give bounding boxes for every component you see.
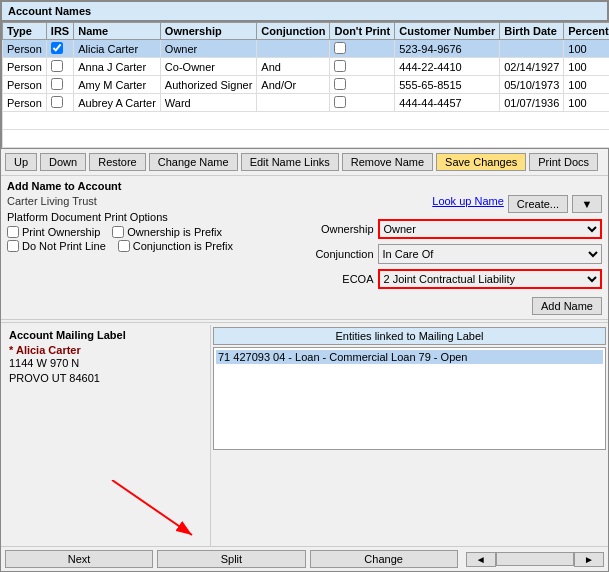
cell-irs[interactable]	[46, 40, 73, 58]
dont-print-checkbox[interactable]	[334, 42, 346, 54]
cell-dont-print[interactable]	[330, 76, 395, 94]
table-row[interactable]: Person Alicia Carter Owner 523-94-9676 1…	[3, 40, 610, 58]
irs-checkbox[interactable]	[51, 42, 63, 54]
mailing-asterisk: * Alicia Carter	[9, 344, 202, 356]
account-names-header: Account Names	[1, 1, 608, 21]
dont-print-checkbox[interactable]	[334, 78, 346, 90]
platform-options: Platform Document Print Options Print Ow…	[7, 211, 301, 252]
cell-dont-print[interactable]	[330, 58, 395, 76]
address-line2: PROVO UT 84601	[9, 371, 202, 386]
cell-name: Aubrey A Carter	[74, 94, 161, 112]
col-name: Name	[74, 23, 161, 40]
cell-ownership: Owner	[160, 40, 256, 58]
cell-conjunction: And	[257, 58, 330, 76]
do-not-print-label: Do Not Print Line	[7, 240, 106, 252]
scroll-right-button[interactable]: ►	[574, 552, 604, 567]
remove-name-button[interactable]: Remove Name	[342, 153, 433, 171]
mailing-label-panel: Account Mailing Label * Alicia Carter 11…	[1, 325, 211, 546]
scrollbar-area: ◄ ►	[462, 550, 604, 568]
cell-name: Alicia Carter	[74, 40, 161, 58]
lookup-name-link[interactable]: Look up Name	[432, 195, 504, 213]
cell-irs[interactable]	[46, 58, 73, 76]
irs-checkbox[interactable]	[51, 78, 63, 90]
cell-customer-number: 555-65-8515	[395, 76, 500, 94]
conjunction-select[interactable]: In Care Of And And/Or	[378, 244, 603, 264]
cell-customer-number: 444-22-4410	[395, 58, 500, 76]
add-name-title: Add Name to Account	[7, 180, 602, 192]
mailing-address: 1144 W 970 N PROVO UT 84601	[9, 356, 202, 387]
cell-birth-date: 01/07/1936	[500, 94, 564, 112]
cell-type: Person	[3, 40, 47, 58]
table-row[interactable]: Person Aubrey A Carter Ward 444-44-4457 …	[3, 94, 610, 112]
table-row[interactable]: Person Amy M Carter Authorized Signer An…	[3, 76, 610, 94]
table-row[interactable]: Person Anna J Carter Co-Owner And 444-22…	[3, 58, 610, 76]
dont-print-checkbox[interactable]	[334, 60, 346, 72]
conjunction-row: Conjunction In Care Of And And/Or	[309, 244, 603, 264]
print-ownership-label: Print Ownership	[7, 226, 100, 238]
section-separator	[1, 322, 608, 323]
ownership-prefix-checkbox[interactable]	[112, 226, 124, 238]
table-row-empty	[3, 130, 610, 148]
cell-ownership: Authorized Signer	[160, 76, 256, 94]
conjunction-prefix-checkbox[interactable]	[118, 240, 130, 252]
create-dropdown-button[interactable]: ▼	[572, 195, 602, 213]
trust-name: Carter Living Trust	[7, 195, 301, 207]
asterisk: *	[9, 344, 13, 356]
account-names-table: Type IRS Name Ownership Conjunction Don'…	[2, 22, 609, 148]
add-name-section: Add Name to Account Carter Living Trust …	[1, 176, 608, 320]
bottom-buttons-row: Next Split Change ◄ ►	[1, 546, 608, 571]
save-changes-button[interactable]: Save Changes	[436, 153, 526, 171]
restore-button[interactable]: Restore	[89, 153, 146, 171]
cell-irs[interactable]	[46, 76, 73, 94]
cell-percent: 100	[564, 94, 609, 112]
create-button[interactable]: Create...	[508, 195, 568, 213]
cell-customer-number: 444-44-4457	[395, 94, 500, 112]
add-name-left-panel: Carter Living Trust Platform Document Pr…	[7, 195, 301, 315]
irs-checkbox[interactable]	[51, 96, 63, 108]
cell-dont-print[interactable]	[330, 40, 395, 58]
print-options-row1: Print Ownership Ownership is Prefix	[7, 226, 301, 238]
print-ownership-checkbox[interactable]	[7, 226, 19, 238]
down-button[interactable]: Down	[40, 153, 86, 171]
cell-percent: 100	[564, 76, 609, 94]
up-button[interactable]: Up	[5, 153, 37, 171]
col-irs: IRS	[46, 23, 73, 40]
cell-type: Person	[3, 76, 47, 94]
cell-type: Person	[3, 94, 47, 112]
mailing-name: Alicia Carter	[16, 344, 81, 356]
do-not-print-checkbox[interactable]	[7, 240, 19, 252]
cell-irs[interactable]	[46, 94, 73, 112]
change-name-button[interactable]: Change Name	[149, 153, 238, 171]
conjunction-label: Conjunction	[309, 248, 374, 260]
next-button[interactable]: Next	[5, 550, 153, 568]
print-docs-button[interactable]: Print Docs	[529, 153, 598, 171]
ownership-select[interactable]: Owner Co-Owner Authorized Signer Ward	[378, 219, 603, 239]
address-line1: 1144 W 970 N	[9, 356, 202, 371]
print-options-row2: Do Not Print Line Conjunction is Prefix	[7, 240, 301, 252]
dont-print-checkbox[interactable]	[334, 96, 346, 108]
platform-title: Platform Document Print Options	[7, 211, 301, 223]
ownership-row: Ownership Owner Co-Owner Authorized Sign…	[309, 219, 603, 239]
cell-ownership: Ward	[160, 94, 256, 112]
add-name-right-panel: Look up Name Create... ▼ Ownership Owner…	[309, 195, 603, 315]
split-button[interactable]: Split	[157, 550, 305, 568]
add-name-btn-row: Add Name	[309, 297, 603, 315]
entities-header: Entities linked to Mailing Label	[213, 327, 606, 345]
add-name-button[interactable]: Add Name	[532, 297, 602, 315]
edit-name-links-button[interactable]: Edit Name Links	[241, 153, 339, 171]
ecoa-select[interactable]: 2 Joint Contractual Liability 1 Individu…	[378, 269, 603, 289]
ownership-label: Ownership	[309, 223, 374, 235]
cell-dont-print[interactable]	[330, 94, 395, 112]
col-customer-number: Customer Number	[395, 23, 500, 40]
change-button[interactable]: Change	[310, 550, 458, 568]
add-name-content: Carter Living Trust Platform Document Pr…	[7, 195, 602, 315]
scrollbar-track[interactable]	[496, 552, 574, 566]
irs-checkbox[interactable]	[51, 60, 63, 72]
main-container: Account Names Type IRS Name Ownership Co…	[0, 0, 609, 572]
scroll-left-button[interactable]: ◄	[466, 552, 496, 567]
conjunction-prefix-label: Conjunction is Prefix	[118, 240, 233, 252]
entity-item: 71 427093 04 - Loan - Commercial Loan 79…	[216, 350, 603, 364]
table-row-empty	[3, 112, 610, 130]
entities-panel: Entities linked to Mailing Label 71 4270…	[211, 325, 608, 546]
bottom-section: Account Mailing Label * Alicia Carter 11…	[1, 325, 608, 546]
